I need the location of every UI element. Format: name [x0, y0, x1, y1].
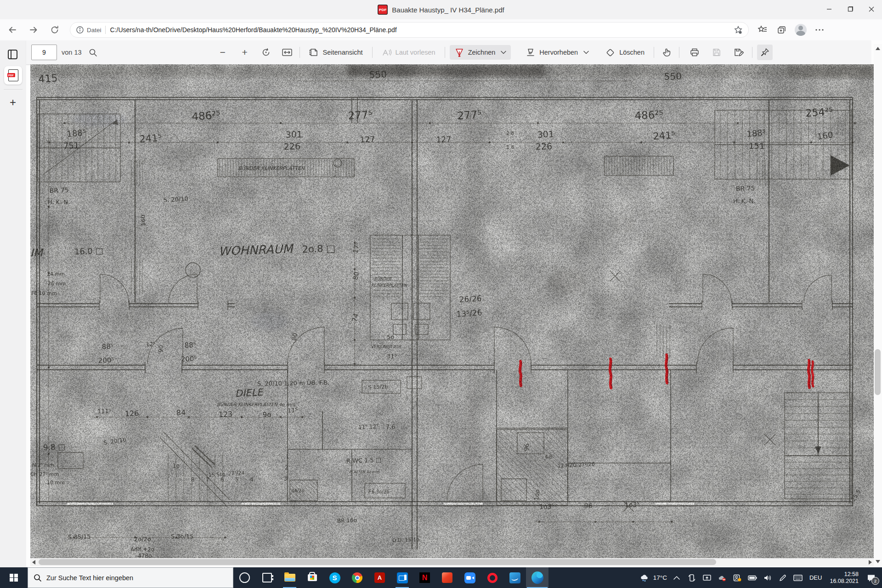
favorites-bar-icon[interactable] — [756, 23, 769, 36]
taskbar-app-store[interactable] — [301, 567, 323, 588]
new-tab-button[interactable]: + — [6, 96, 20, 109]
tab-title: Bauakte Haustyp_ IV H34_Pläne.pdf — [392, 6, 504, 14]
forward-button[interactable] — [25, 21, 42, 39]
floorplan-drawing: 415550550486²⁵277⁵277⁵486²⁵254²⁵188⁵7512… — [30, 64, 874, 558]
pdf-viewer: von 13 − + Seitenansicht Laut vorlesen Z… — [26, 40, 882, 567]
taskbar-app-netflix[interactable]: N — [413, 567, 436, 588]
url-field[interactable]: Datei C:/Users/na-th/OneDrive/Desktop/Ha… — [70, 22, 749, 38]
zoom-out-button[interactable]: − — [215, 45, 231, 60]
notification-badge: 2 — [871, 577, 879, 585]
print-icon[interactable] — [687, 45, 702, 60]
pin-toolbar-button[interactable] — [757, 45, 773, 60]
horizontal-scroll-thumb[interactable] — [39, 559, 716, 565]
cast-display-icon[interactable] — [701, 571, 712, 585]
read-aloud-button[interactable]: Laut vorlesen — [377, 45, 440, 60]
settings-menu-icon[interactable] — [813, 23, 826, 36]
zoom-in-button[interactable]: + — [237, 45, 253, 60]
taskbar-app-skype[interactable]: S — [323, 567, 346, 588]
taskbar-app-chrome[interactable] — [346, 567, 368, 588]
onedrive-paused-icon[interactable] — [717, 571, 728, 585]
page-number-input[interactable] — [31, 45, 57, 60]
fit-to-width-icon[interactable] — [279, 45, 295, 60]
tab-list-icon[interactable] — [7, 50, 18, 60]
pen-icon[interactable] — [777, 571, 788, 585]
protocol-label: Datei — [87, 27, 102, 34]
action-center-icon[interactable]: 2 — [865, 571, 878, 585]
pdf-doc-icon — [8, 69, 18, 81]
back-button[interactable] — [4, 21, 21, 39]
page-view-button[interactable]: Seitenansicht — [305, 45, 368, 60]
taskbar-search-input[interactable]: Zur Suche Text hier eingeben — [28, 567, 233, 588]
vertical-scrollbar[interactable] — [874, 44, 882, 566]
vertical-tabs-rail: + — [0, 40, 27, 567]
close-button[interactable] — [861, 0, 882, 18]
skype-icon: S — [329, 572, 341, 584]
keyboard-language-label[interactable]: DEU — [808, 574, 824, 581]
meet-now-icon[interactable] — [732, 571, 743, 585]
taskbar-app-task-view[interactable] — [256, 567, 278, 588]
save-icon[interactable] — [709, 45, 724, 60]
taskbar-app-acrobat[interactable]: A — [368, 567, 391, 588]
start-button[interactable] — [0, 567, 28, 588]
vertical-scroll-thumb[interactable] — [875, 349, 881, 395]
chevron-down-icon — [583, 51, 589, 54]
refresh-button[interactable] — [46, 21, 63, 39]
active-pdf-tab[interactable] — [4, 66, 22, 85]
scroll-right-arrow[interactable] — [869, 560, 872, 565]
favorite-star-icon[interactable] — [733, 24, 744, 35]
your-phone-icon — [396, 572, 408, 584]
pdf-page-scan[interactable]: 415550550486²⁵277⁵277⁵486²⁵254²⁵188⁵7512… — [30, 64, 874, 558]
battery-icon[interactable] — [747, 571, 758, 585]
weather-icon[interactable] — [639, 571, 650, 585]
erase-button[interactable]: Löschen — [601, 45, 649, 60]
document-tab[interactable]: PDF Bauakte Haustyp_ IV H34_Pläne.pdf — [378, 5, 504, 15]
taskbar-app-zoom[interactable] — [458, 567, 481, 588]
pdf-file-icon: PDF — [378, 5, 388, 15]
taskbar-app-your-phone[interactable] — [391, 567, 413, 588]
office-icon — [441, 572, 453, 584]
search-icon[interactable] — [85, 45, 101, 60]
touch-mode-icon[interactable] — [659, 45, 674, 60]
save-as-icon[interactable] — [731, 45, 746, 60]
rotate-icon[interactable] — [258, 45, 274, 60]
collections-icon[interactable] — [775, 23, 788, 36]
taskbar-app-whiteboard[interactable] — [503, 567, 526, 588]
url-text: C:/Users/na-th/OneDrive/Desktop/Haus%20H… — [110, 26, 733, 34]
eraser-icon — [605, 48, 616, 57]
scroll-down-arrow[interactable] — [876, 560, 880, 563]
highlight-button[interactable]: Hervorheben — [521, 45, 594, 60]
temperature-label[interactable]: 17°C — [653, 574, 667, 581]
divider — [105, 26, 106, 34]
taskbar-app-opera[interactable] — [481, 567, 503, 588]
info-icon[interactable] — [75, 25, 85, 35]
draw-button[interactable]: Zeichnen — [450, 45, 511, 60]
date-label: 16.08.2021 — [830, 578, 859, 585]
touch-keyboard-icon[interactable] — [792, 571, 803, 585]
acrobat-icon: A — [374, 572, 386, 584]
taskbar-app-explorer[interactable] — [278, 567, 301, 588]
draw-pen-icon — [454, 48, 464, 57]
task-view-icon — [261, 572, 273, 584]
windows-taskbar: Zur Suche Text hier eingeben SAN 17°C DE… — [0, 567, 882, 588]
taskbar-clock[interactable]: 12:58 16.08.2021 — [828, 571, 860, 585]
horizontal-scrollbar[interactable] — [30, 558, 874, 566]
netflix-icon: N — [419, 572, 431, 584]
edge-icon — [531, 572, 543, 584]
tray-chevron-up-icon[interactable] — [671, 571, 682, 585]
zoom-icon — [464, 572, 476, 584]
scroll-left-arrow[interactable] — [32, 560, 35, 565]
taskbar-app-office[interactable] — [436, 567, 458, 588]
store-icon — [306, 572, 318, 584]
minimize-button[interactable] — [819, 0, 840, 18]
phone-rotate-icon[interactable] — [686, 571, 697, 585]
taskbar-app-cortana[interactable] — [233, 567, 256, 588]
explorer-icon — [284, 572, 296, 584]
taskbar-app-edge[interactable] — [526, 567, 548, 588]
scroll-up-arrow[interactable] — [876, 47, 880, 50]
maximize-button[interactable] — [840, 0, 861, 18]
volume-icon[interactable] — [762, 571, 773, 585]
edge-window: PDF Bauakte Haustyp_ IV H34_Pläne.pdf Da… — [0, 0, 882, 588]
profile-avatar[interactable] — [795, 24, 807, 36]
divider — [4, 89, 23, 90]
read-aloud-icon — [382, 48, 392, 57]
